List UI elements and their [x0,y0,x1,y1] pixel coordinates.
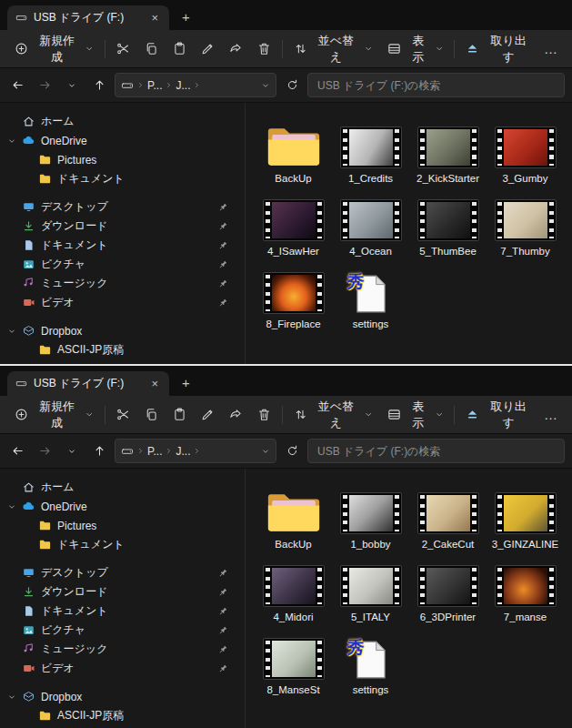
sidebar-item[interactable]: Dropbox [0,321,245,340]
sidebar-item[interactable]: OneDrive [0,497,245,516]
file-item[interactable]: 秀 6_3DPrinter [409,561,487,622]
file-item[interactable]: 秀 BackUp [255,123,332,184]
up-button[interactable] [87,74,111,97]
more-button[interactable]: … [537,402,565,427]
file-item[interactable]: 秀 8_Fireplace [255,268,332,329]
sidebar-item[interactable]: Dropbox [0,687,245,706]
back-button[interactable] [5,74,29,97]
sidebar-item[interactable]: ミュージック [0,274,245,293]
file-item[interactable]: 秀 4_Ocean [332,196,409,257]
eject-button[interactable]: 取り出す [458,28,537,70]
sidebar-item[interactable]: ホーム [0,478,245,497]
search-input[interactable] [307,439,565,463]
cut-button[interactable] [109,402,137,427]
file-item[interactable]: 秀 2_CakeCut [409,489,487,550]
breadcrumb-segment[interactable]: P... [136,445,162,458]
view-button[interactable]: 表示 [380,28,451,70]
copy-button[interactable] [137,402,166,427]
share-button[interactable] [222,36,250,61]
sidebar-item[interactable]: ダウンロード [0,217,245,236]
up-button[interactable] [87,440,111,463]
expand-chevron-icon[interactable] [7,327,16,336]
file-item[interactable]: 秀 3_Gumby [487,123,564,184]
sidebar-item[interactable]: デスクトップ [0,563,245,582]
sidebar-item[interactable]: ビデオ [0,659,245,678]
sidebar-item[interactable]: ドキュメント [0,602,245,621]
cut-button[interactable] [109,36,137,61]
delete-button[interactable] [250,36,278,61]
refresh-button[interactable] [280,74,304,97]
paste-button[interactable] [166,36,194,61]
sidebar-item[interactable]: ピクチャ [0,255,245,274]
eject-button[interactable]: 取り出す [458,394,537,436]
share-button[interactable] [222,402,250,427]
sidebar-item[interactable]: CCS Project [0,359,245,364]
file-item[interactable]: 秀 4_Midori [255,561,332,622]
new-button[interactable]: 新規作成 [7,394,101,436]
sidebar-item[interactable]: ホーム [0,112,245,131]
more-button[interactable]: … [537,36,565,61]
refresh-button[interactable] [280,440,304,463]
search-input[interactable] [307,73,565,97]
file-item[interactable]: 秀 BackUp [255,489,332,550]
recent-locations-button[interactable] [60,74,84,97]
new-tab-button[interactable]: + [182,9,190,25]
sidebar-item[interactable]: OneDrive [0,131,245,150]
view-button[interactable]: 表示 [380,394,451,436]
sort-button[interactable]: 並べ替え [286,394,380,436]
rename-button[interactable] [194,402,222,427]
recent-locations-button[interactable] [60,440,84,463]
breadcrumb-segment[interactable]: J... [165,79,190,92]
sidebar-item[interactable]: ダウンロード [0,582,245,602]
sidebar-item[interactable]: ドキュメント [0,236,245,255]
sidebar-item[interactable]: ビデオ [0,293,245,312]
file-item[interactable]: 秀 3_GINZALINE [487,489,564,550]
file-item[interactable]: 秀 settings [332,634,409,695]
sidebar-item[interactable]: ASCII-JP原稿 [0,340,245,359]
address-dropdown-icon[interactable] [261,81,270,90]
sidebar-item[interactable]: デスクトップ [0,197,245,217]
expand-chevron-icon[interactable] [7,693,16,702]
expand-chevron-icon[interactable] [7,502,16,511]
file-item[interactable]: 秀 5_ThumBee [409,196,487,257]
file-item[interactable]: 秀 5_ITALY [332,561,409,622]
breadcrumb-label[interactable]: P... [147,445,162,458]
forward-button[interactable] [33,440,56,463]
paste-button[interactable] [166,402,194,427]
breadcrumb-label[interactable]: J... [176,79,190,92]
sidebar-item[interactable]: ミュージック [0,640,245,659]
file-item[interactable]: 秀 7_manse [487,561,564,622]
breadcrumb[interactable]: P... J... [115,73,276,97]
sidebar-item[interactable]: ドキュメント [0,169,245,188]
file-item[interactable]: 秀 settings [332,268,409,329]
copy-button[interactable] [137,36,166,61]
delete-button[interactable] [250,402,278,427]
rename-button[interactable] [194,36,222,61]
expand-chevron-icon[interactable] [7,136,16,146]
file-item[interactable]: 秀 8_ManseSt [255,634,332,695]
file-item[interactable]: 秀 1_bobby [332,489,409,550]
explorer-tab[interactable]: USB ドライブ (F:) × [7,371,169,396]
sort-button[interactable]: 並べ替え [286,28,380,70]
breadcrumb-segment[interactable]: J... [165,445,190,458]
new-button[interactable]: 新規作成 [7,28,101,70]
sidebar-item[interactable]: ピクチャ [0,621,245,640]
breadcrumb-label[interactable]: J... [176,445,190,458]
file-item[interactable]: 秀 2_KickStarter [409,123,487,184]
tab-close-button[interactable]: × [148,11,161,25]
back-button[interactable] [5,440,29,463]
file-item[interactable]: 秀 1_Credits [332,123,409,184]
breadcrumb-label[interactable]: P... [147,79,162,92]
sidebar-item[interactable]: Pictures [0,150,245,169]
new-tab-button[interactable]: + [182,375,190,390]
address-dropdown-icon[interactable] [261,447,270,456]
sidebar-item[interactable]: Pictures [0,516,245,535]
explorer-tab[interactable]: USB ドライブ (F:) × [7,5,169,30]
sidebar-item[interactable]: ASCII-JP原稿 [0,706,245,725]
breadcrumb-segment[interactable]: P... [136,79,162,92]
file-item[interactable]: 秀 4_ISawHer [255,196,332,257]
tab-close-button[interactable]: × [148,377,161,390]
sidebar-item[interactable]: ドキュメント [0,535,245,554]
forward-button[interactable] [33,74,56,97]
breadcrumb[interactable]: P... J... [115,439,276,463]
